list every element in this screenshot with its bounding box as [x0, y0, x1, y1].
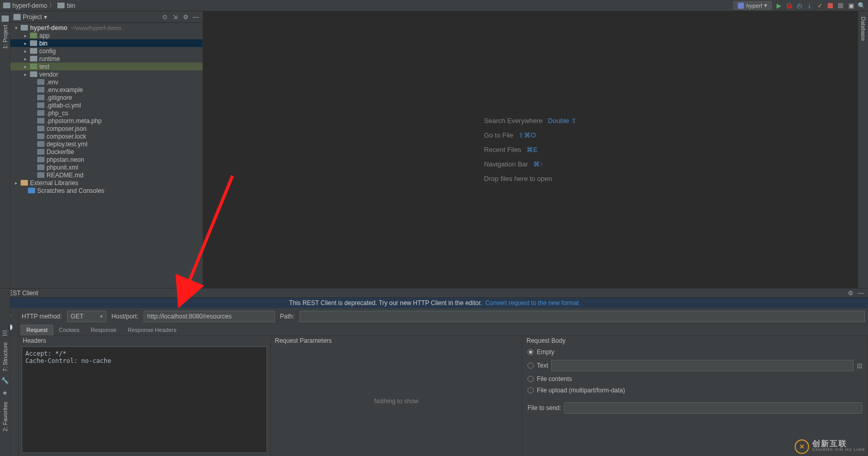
hint-shortcut: ⌘E	[526, 143, 538, 157]
tree-folder-runtime[interactable]: runtime	[10, 55, 203, 63]
body-text-input[interactable]	[551, 360, 854, 371]
structure-tool-label[interactable]: 7: Structure	[2, 342, 8, 372]
body-text-radio[interactable]: Text▤	[528, 360, 862, 371]
convert-request-link[interactable]: Convert request to the new format	[485, 299, 579, 307]
rest-tab-request[interactable]: Request	[21, 325, 53, 336]
http-method-select[interactable]: GET ▾	[67, 311, 106, 322]
commit-icon[interactable]: ✓	[816, 2, 824, 9]
favorites-tool-icon[interactable]: ★	[2, 389, 8, 397]
database-tool-label[interactable]: Database	[860, 17, 866, 41]
stop-icon[interactable]	[827, 2, 834, 9]
headers-title: Headers	[19, 336, 270, 346]
tree-file[interactable]: .php_cs	[10, 109, 203, 117]
rest-tab-response-headers[interactable]: Response Headers	[122, 325, 182, 336]
tree-file[interactable]: .phpstorm.meta.php	[10, 117, 203, 125]
breadcrumb-child[interactable]: bin	[67, 2, 75, 9]
body-empty-radio[interactable]: Empty	[528, 348, 862, 356]
headers-editor[interactable]: Accept: */* Cache-Control: no-cache	[22, 346, 267, 453]
hint-label: Navigation Bar	[484, 157, 528, 172]
breadcrumb-root[interactable]: hyperf-demo	[12, 2, 47, 9]
library-icon	[21, 180, 28, 186]
tree-file[interactable]: deploy.test.yml	[10, 140, 203, 148]
gear-icon[interactable]	[848, 290, 854, 297]
browse-icon[interactable]: ▤	[857, 362, 862, 369]
tree-file[interactable]: .env.example	[10, 86, 203, 94]
project-tool-icon[interactable]	[2, 16, 9, 22]
tree-folder-bin[interactable]: bin	[10, 39, 203, 47]
tree-node-label: External Libraries	[30, 179, 78, 187]
coverage-icon[interactable]: ◴	[796, 2, 803, 9]
params-title: Request Parameters	[271, 336, 522, 346]
wrench-icon[interactable]: 🔧	[1, 377, 9, 384]
rest-tab-cookies[interactable]: Cookies	[53, 325, 85, 336]
body-fileupload-radio[interactable]: File upload (multipart/form-data)	[528, 387, 862, 394]
host-port-input[interactable]	[144, 311, 275, 322]
tree-node-label: Scratches and Consoles	[37, 187, 104, 194]
tree-node-label: bin	[39, 40, 48, 47]
chevron-down-icon[interactable]: ▾	[44, 13, 47, 21]
tree-root[interactable]: hyperf-demo ~/www/hyperf-demo	[10, 24, 203, 32]
search-icon[interactable]: 🔍	[858, 2, 865, 9]
run-icon[interactable]: ▶	[775, 2, 782, 9]
hint-shortcut: Double ⇧	[548, 114, 577, 128]
watermark-logo-icon: ✕	[795, 439, 809, 454]
file-icon	[37, 141, 44, 147]
php-icon	[738, 3, 744, 9]
structure-tool-icon[interactable]: ☰	[2, 330, 8, 337]
tree-file[interactable]: .env	[10, 78, 203, 86]
layout-icon[interactable]: ▣	[847, 2, 855, 9]
rest-form-row: HTTP method: GET ▾ Host/port: Path:	[19, 308, 868, 325]
chevron-down-icon: ▾	[764, 2, 767, 9]
top-toolbar: hyperf-demo 〉 bin hyperf ▾ ▶ 🐞 ◴ ⭳ ✓ ▣ 🔍	[0, 0, 868, 11]
project-panel-title[interactable]: Project	[23, 13, 42, 21]
tree-folder-config[interactable]: config	[10, 47, 203, 55]
tree-folder-test[interactable]: test	[10, 63, 203, 70]
file-icon	[37, 118, 44, 124]
project-tool-window: Project ▾ ⊙ ⇲ hyperf-demo ~/www/hyperf-d…	[10, 11, 203, 288]
tree-file[interactable]: Dockerfile	[10, 148, 203, 156]
favorites-tool-label[interactable]: 2: Favorites	[2, 402, 8, 431]
left-bottom-strip: ☰ 7: Structure 🔧 ★ 2: Favorites	[0, 288, 10, 456]
tree-file[interactable]: phpstan.neon	[10, 156, 203, 163]
radio-label: Empty	[537, 348, 554, 356]
select-opened-file-icon[interactable]: ⊙	[161, 13, 168, 21]
rest-tab-response[interactable]: Response	[85, 325, 122, 336]
radio-label: File upload (multipart/form-data)	[537, 387, 625, 394]
gear-icon[interactable]	[182, 13, 189, 21]
radio-icon	[528, 349, 534, 355]
file-to-send-input[interactable]	[564, 402, 862, 414]
tree-node-label: app	[39, 32, 50, 39]
tree-file[interactable]: composer.json	[10, 125, 203, 132]
update-project-icon[interactable]: ⭳	[806, 2, 813, 9]
project-view-icon	[13, 14, 21, 20]
editor-empty-area[interactable]: Search EverywhereDouble ⇧ Go to File⇧⌘O …	[203, 11, 858, 288]
hint-label: Recent Files	[484, 143, 521, 157]
body-filecontents-radio[interactable]: File contents	[528, 375, 862, 383]
tree-file[interactable]: phpunit.xml	[10, 163, 203, 171]
run-config-selector[interactable]: hyperf ▾	[733, 1, 772, 10]
tree-folder-app[interactable]: app	[10, 32, 203, 39]
tree-root-name: hyperf-demo	[30, 24, 68, 32]
tree-file[interactable]: .gitlab-ci.yml	[10, 101, 203, 109]
file-icon	[37, 157, 44, 162]
tree-external-libs[interactable]: External Libraries	[10, 179, 203, 187]
tree-node-label: runtime	[39, 55, 60, 63]
tree-file[interactable]: .gitignore	[10, 94, 203, 101]
breadcrumb[interactable]: hyperf-demo 〉 bin	[3, 1, 75, 10]
tree-folder-vendor[interactable]: vendor	[10, 70, 203, 78]
tree-scratches[interactable]: Scratches and Consoles	[10, 187, 203, 194]
file-icon	[37, 79, 44, 85]
collapse-all-icon[interactable]: ⇲	[172, 13, 179, 21]
minimize-icon[interactable]	[192, 13, 199, 21]
project-tree[interactable]: hyperf-demo ~/www/hyperf-demo appbinconf…	[10, 23, 203, 288]
tree-file[interactable]: README.md	[10, 171, 203, 179]
debug-icon[interactable]: 🐞	[785, 2, 793, 9]
file-icon	[37, 95, 44, 100]
tree-file[interactable]: composer.lock	[10, 132, 203, 140]
watermark-subtext: CHUANG XIN HU LIAN	[812, 447, 865, 453]
params-empty-text: Nothing to show	[271, 346, 522, 456]
path-input[interactable]	[300, 311, 865, 322]
tree-root-path: ~/www/hyperf-demo	[71, 25, 121, 31]
project-tool-label[interactable]: 1: Project	[2, 25, 8, 49]
minimize-icon[interactable]	[858, 290, 864, 297]
